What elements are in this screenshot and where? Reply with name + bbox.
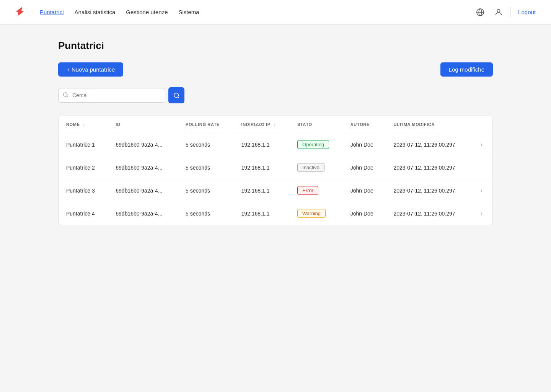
nav-item-gestione[interactable]: Gestione utenze: [126, 7, 168, 17]
cell-arrow: ›: [473, 202, 492, 225]
cell-id: 69db16b0-9a2a-4...: [108, 179, 178, 202]
cell-ultima-modifica: 2023-07-12, 11:26:00.297: [386, 202, 473, 225]
status-badge: Inactive: [297, 163, 324, 172]
search-row: [58, 87, 493, 103]
cell-indirizzo-ip: 192.168.1.1: [233, 156, 290, 179]
cell-indirizzo-ip: 192.168.1.1: [233, 179, 290, 202]
status-badge: Warning: [297, 209, 326, 218]
status-badge: Operating: [297, 140, 329, 149]
user-button[interactable]: [492, 5, 505, 19]
search-input-wrap: [58, 88, 165, 103]
search-icon: [63, 92, 68, 99]
col-nome[interactable]: NOME ↓: [59, 116, 108, 133]
svg-line-6: [67, 96, 68, 97]
row-arrow-icon[interactable]: ›: [480, 209, 483, 217]
cell-arrow: [473, 156, 492, 179]
cell-nome: Puntatrice 3: [59, 179, 108, 202]
nav-menu: Puntatrici Analisi statistica Gestione u…: [40, 7, 461, 17]
svg-point-4: [497, 9, 500, 12]
puntatrici-table: NOME ↓ ID POLLING RATE INDIRIZZO IP ↓ ST…: [58, 116, 493, 225]
cell-id: 69db16b0-9a2a-4...: [108, 202, 178, 225]
cell-arrow: ›: [473, 133, 492, 156]
col-actions: [473, 116, 492, 133]
logout-button[interactable]: Logout: [515, 7, 539, 17]
navbar-right: Logout: [473, 5, 539, 19]
row-arrow-icon[interactable]: ›: [480, 186, 483, 194]
status-badge: Error: [297, 186, 318, 195]
main-content: Puntatrici + Nuova puntatrice Log modifi…: [46, 24, 505, 240]
app-logo[interactable]: [12, 4, 28, 21]
cell-id: 69db16b0-9a2a-4...: [108, 156, 178, 179]
cell-arrow: ›: [473, 179, 492, 202]
sort-nome-icon: ↓: [83, 122, 85, 127]
sort-ip-icon: ↓: [273, 122, 276, 127]
cell-nome: Puntatrice 2: [59, 156, 108, 179]
col-indirizzo-ip[interactable]: INDIRIZZO IP ↓: [233, 116, 290, 133]
svg-point-5: [64, 93, 67, 96]
col-id: ID: [108, 116, 178, 133]
cell-polling-rate: 5 seconds: [178, 133, 233, 156]
col-stato: STATO: [290, 116, 343, 133]
nav-item-puntatrici[interactable]: Puntatrici: [40, 7, 64, 17]
cell-indirizzo-ip: 192.168.1.1: [233, 133, 290, 156]
cell-ultima-modifica: 2023-07-12, 11:26:00.297: [386, 156, 473, 179]
actions-row: + Nuova puntatrice Log modifiche: [58, 62, 493, 77]
col-polling-rate: POLLING RATE: [178, 116, 233, 133]
col-autore: AUTORE: [343, 116, 386, 133]
globe-button[interactable]: [473, 5, 487, 19]
table-row[interactable]: Puntatrice 4 69db16b0-9a2a-4... 5 second…: [59, 202, 492, 225]
cell-stato: Inactive: [290, 156, 343, 179]
cell-nome: Puntatrice 4: [59, 202, 108, 225]
cell-autore: John Doe: [343, 133, 386, 156]
page-title: Puntatrici: [58, 40, 493, 52]
search-input[interactable]: [58, 88, 165, 103]
nav-item-analisi[interactable]: Analisi statistica: [75, 7, 116, 17]
table-header-row: NOME ↓ ID POLLING RATE INDIRIZZO IP ↓ ST…: [59, 116, 492, 133]
table-row[interactable]: Puntatrice 2 69db16b0-9a2a-4... 5 second…: [59, 156, 492, 179]
new-puntatrice-button[interactable]: + Nuova puntatrice: [58, 62, 123, 77]
search-button[interactable]: [168, 87, 184, 103]
cell-stato: Warning: [290, 202, 343, 225]
col-ultima-modifica: ULTIMA MODIFICA: [386, 116, 473, 133]
table-row[interactable]: Puntatrice 3 69db16b0-9a2a-4... 5 second…: [59, 179, 492, 202]
cell-nome: Puntatrice 1: [59, 133, 108, 156]
log-modifiche-button[interactable]: Log modifiche: [440, 62, 493, 77]
row-arrow-icon[interactable]: ›: [480, 140, 483, 148]
nav-divider: [510, 7, 510, 18]
cell-polling-rate: 5 seconds: [178, 156, 233, 179]
cell-id: 69db16b0-9a2a-4...: [108, 133, 178, 156]
cell-stato: Error: [290, 179, 343, 202]
cell-ultima-modifica: 2023-07-12, 11:26:00.297: [386, 133, 473, 156]
nav-item-sistema[interactable]: Sistema: [179, 7, 199, 17]
cell-polling-rate: 5 seconds: [178, 202, 233, 225]
cell-autore: John Doe: [343, 156, 386, 179]
cell-autore: John Doe: [343, 179, 386, 202]
svg-line-8: [178, 96, 179, 98]
svg-point-7: [174, 93, 178, 97]
cell-ultima-modifica: 2023-07-12, 11:26:00.297: [386, 179, 473, 202]
navbar: Puntatrici Analisi statistica Gestione u…: [0, 0, 551, 24]
cell-indirizzo-ip: 192.168.1.1: [233, 202, 290, 225]
table-row[interactable]: Puntatrice 1 69db16b0-9a2a-4... 5 second…: [59, 133, 492, 156]
cell-autore: John Doe: [343, 202, 386, 225]
cell-stato: Operating: [290, 133, 343, 156]
cell-polling-rate: 5 seconds: [178, 179, 233, 202]
